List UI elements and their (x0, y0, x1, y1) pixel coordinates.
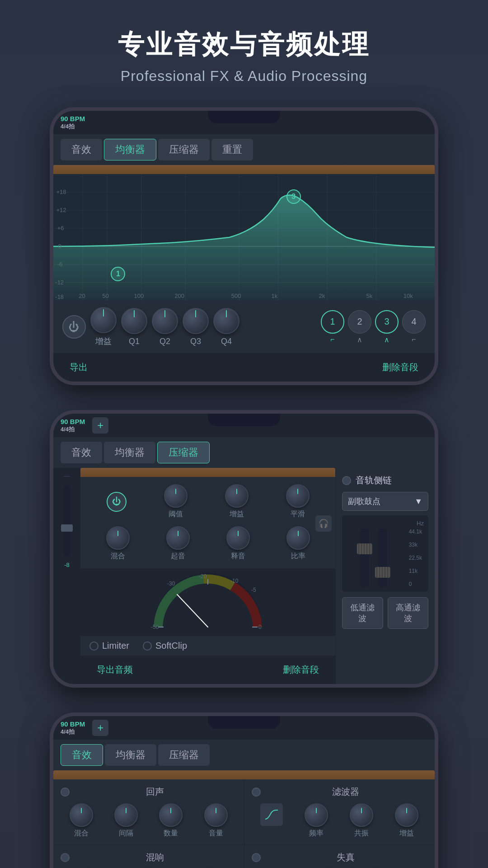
comp-power-row: ⏻ 阈值 增益 (88, 484, 328, 519)
eq-curve-svg: +18 +12 +6 0 -6 -12 -18 20 50 100 200 50… (53, 174, 435, 301)
filter-gain-knob[interactable] (395, 803, 418, 827)
svg-text:-30: -30 (167, 580, 175, 587)
label-q3: Q3 (190, 337, 201, 346)
knob-q1[interactable] (121, 308, 147, 334)
chorus-toggle[interactable] (61, 853, 70, 862)
filter-knobs: 频率 共振 增益 (252, 803, 428, 838)
label-release: 释音 (231, 552, 245, 561)
svg-text:1k: 1k (272, 293, 278, 299)
filter-res-label: 共振 (354, 829, 369, 838)
filter-knob-freq: 频率 (305, 803, 328, 838)
softclip-label: SoftClip (155, 641, 187, 651)
reverb-section: 回声 混合 间隔 (53, 779, 244, 844)
reverb-vol-knob[interactable] (204, 803, 228, 827)
filter-freq-knob[interactable] (305, 803, 328, 827)
band-btn-3[interactable]: 3 (375, 310, 399, 334)
chorus-title: 混响 (73, 851, 237, 863)
delete-button-1[interactable]: 删除音段 (375, 358, 426, 377)
freq-fader2-handle[interactable] (375, 567, 390, 578)
volume-button-2 (437, 504, 438, 540)
label-ratio: 比率 (291, 552, 305, 561)
band-btn-4[interactable]: 4 (402, 310, 426, 334)
freq-11k: 11k (409, 568, 422, 574)
bpm-3: 90 BPM (61, 720, 85, 728)
band-btn-2[interactable]: 2 (348, 310, 371, 334)
band-btn-1[interactable]: 1 (321, 310, 344, 334)
softclip-option[interactable]: SoftClip (143, 641, 187, 651)
comp-knob-release: 释音 (226, 526, 250, 561)
distortion-toggle[interactable] (252, 853, 261, 862)
add-track-btn[interactable]: + (92, 417, 108, 434)
highpass-btn[interactable]: 高通滤波 (388, 597, 429, 629)
tab-fx-1[interactable]: 音效 (61, 139, 102, 160)
top-bar-2: 90 BPM 4/4拍 + (53, 414, 435, 437)
power-icon: ⏻ (69, 321, 80, 333)
comp-power-btn[interactable]: ⏻ (107, 492, 127, 512)
knob-ratio[interactable] (286, 526, 310, 550)
reverb-toggle[interactable] (61, 788, 70, 797)
knob-q2[interactable] (152, 308, 178, 334)
band-icon-1: ⌐ (330, 335, 334, 344)
knob-mix[interactable] (106, 526, 130, 550)
tab-fx-3[interactable]: 音效 (61, 744, 103, 766)
eq-screen: 90 BPM 4/4拍 音效 均衡器 压缩器 重置 (53, 111, 435, 382)
eq-point-3[interactable]: 3 (286, 189, 301, 204)
export-button-1[interactable]: 导出 (62, 358, 95, 377)
eq-controls: ⏻ 增益 Q1 Q2 Q (53, 301, 435, 353)
knob-release[interactable] (226, 526, 250, 550)
add-track-btn-3[interactable]: + (92, 720, 108, 736)
knob-q3[interactable] (183, 308, 209, 334)
reverb-count-knob[interactable] (159, 803, 183, 827)
filter-toggle[interactable] (252, 788, 261, 797)
reverb-count-label: 数量 (164, 829, 178, 838)
headphone-button[interactable]: 🎧 (315, 515, 332, 532)
comp-knob-attack: 起音 (166, 526, 190, 561)
svg-text:-50: -50 (151, 624, 159, 630)
limiter-radio[interactable] (89, 642, 99, 651)
tab-eq-3[interactable]: 均衡器 (105, 744, 156, 766)
phone-3-wrapper: 90 BPM 4/4拍 + 音效 均衡器 压缩器 (50, 712, 438, 868)
reverb-knob-vol: 音量 (204, 803, 228, 838)
reverb-title: 回声 (73, 786, 237, 798)
vu-meter-area: -50 -30 -20 -10 -5 0 (80, 568, 335, 636)
tab-fx-2[interactable]: 音效 (61, 442, 102, 463)
eq-graph[interactable]: +18 +12 +6 0 -6 -12 -18 20 50 100 200 50… (53, 174, 435, 301)
export-button-2[interactable]: 导出音频 (89, 660, 140, 679)
reverb-interval-knob[interactable] (114, 803, 138, 827)
reverb-mix-knob[interactable] (70, 803, 93, 827)
tab-comp-2[interactable]: 压缩器 (157, 442, 210, 463)
freq-fader-handle[interactable] (357, 543, 372, 554)
tab-comp-1[interactable]: 压缩器 (158, 139, 210, 160)
knob-gain[interactable] (90, 307, 117, 333)
delete-button-2[interactable]: 删除音段 (276, 660, 326, 679)
power-button[interactable]: ⏻ (62, 315, 86, 339)
freq-hz-label: Hz (417, 520, 424, 527)
knob-threshold[interactable] (164, 484, 188, 508)
svg-text:-6: -6 (57, 261, 63, 267)
softclip-radio[interactable] (143, 642, 152, 651)
time-sig-2: 4/4拍 (61, 426, 85, 433)
distortion-header: 失真 (252, 851, 428, 863)
knob-attack[interactable] (166, 526, 190, 550)
knob-smooth[interactable] (286, 484, 310, 508)
knob-comp-gain[interactable] (225, 484, 249, 508)
tab-reset-1[interactable]: 重置 (211, 139, 253, 160)
sidechain-toggle[interactable] (342, 476, 351, 485)
knob-q4[interactable] (213, 308, 239, 334)
lowpass-btn[interactable]: 低通滤波 (342, 597, 383, 629)
tab-eq-1[interactable]: 均衡器 (104, 139, 156, 160)
freq-44k: 44.1k (409, 528, 422, 535)
top-bar-3: 90 BPM 4/4拍 + (53, 716, 435, 740)
filter-res-knob[interactable] (350, 803, 373, 827)
knob-group-q1: Q1 (121, 308, 147, 346)
drum-selector[interactable]: 副歌鼓点 ▼ (342, 492, 428, 511)
phone-1-mockup: 90 BPM 4/4拍 音效 均衡器 压缩器 重置 (50, 107, 438, 385)
tab-eq-2[interactable]: 均衡器 (104, 442, 155, 463)
tab-comp-3[interactable]: 压缩器 (158, 744, 210, 766)
reverb-mix-label: 混合 (74, 829, 89, 838)
sidechain-header: 音轨侧链 (342, 474, 428, 486)
filter-freq-label: 频率 (309, 829, 324, 838)
distortion-section: 失真 Softclip ▼ 混合 (244, 845, 435, 868)
limiter-option[interactable]: Limiter (89, 641, 129, 651)
freq-fader2-track (378, 528, 387, 587)
